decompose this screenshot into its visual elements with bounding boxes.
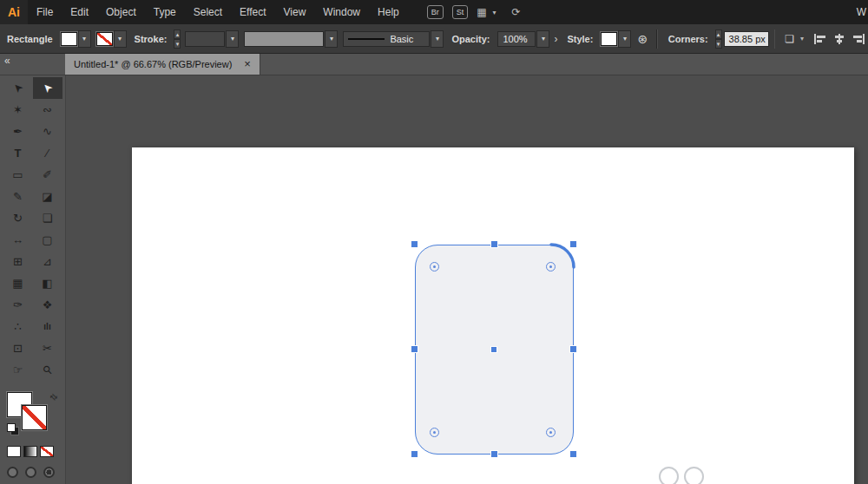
transparency-flyout-icon[interactable]: › (554, 33, 557, 45)
color-button[interactable] (7, 446, 21, 457)
menu-view[interactable]: View (275, 0, 315, 24)
stepper-up-icon[interactable]: ▴ (715, 29, 722, 39)
chevron-down-icon[interactable]: ▾ (800, 35, 804, 43)
selection-handle-middle-left[interactable] (411, 346, 418, 352)
shape-builder-tool[interactable]: ⊞ (3, 251, 33, 272)
sync-icon[interactable]: ⟳ (512, 6, 521, 18)
align-left-icon[interactable] (811, 30, 830, 48)
line-segment-tool[interactable]: ∕ (33, 142, 62, 164)
gradient-button[interactable] (23, 446, 37, 457)
chevron-down-icon[interactable]: ▾ (226, 30, 239, 48)
menu-help[interactable]: Help (369, 0, 408, 24)
curvature-tool[interactable]: ∿ (33, 121, 62, 142)
menu-file[interactable]: File (28, 0, 62, 24)
graphic-style-swatch[interactable] (601, 32, 617, 46)
stroke-none-swatch[interactable] (96, 32, 113, 46)
selection-handle-top-right[interactable] (570, 241, 576, 247)
shape-center-point[interactable] (491, 347, 496, 352)
slice-tool[interactable]: ✂ (33, 337, 62, 359)
stroke-width-stepper[interactable]: ▴ ▾ (174, 29, 181, 49)
selection-handle-middle-right[interactable] (570, 346, 576, 352)
selection-handle-bottom-right[interactable] (570, 451, 576, 457)
opacity-control[interactable]: 100% ▾ (497, 30, 549, 48)
fill-color-control[interactable]: ▾ (61, 30, 91, 48)
symbol-sprayer-tool[interactable]: ∴ (3, 316, 33, 337)
menu-select[interactable]: Select (185, 0, 231, 24)
align-center-icon[interactable] (830, 30, 849, 48)
shaper-tool[interactable]: ✎ (3, 186, 33, 207)
chevron-down-icon[interactable]: ▾ (536, 30, 549, 48)
stroke-width-control[interactable]: ▾ (185, 30, 239, 48)
bridge-icon[interactable]: Br (427, 5, 444, 19)
none-button[interactable] (40, 446, 54, 457)
pen-tool[interactable]: ✒ (3, 121, 33, 142)
mesh-tool[interactable]: ▦ (3, 272, 33, 294)
gradient-tool[interactable]: ◧ (33, 272, 62, 294)
free-transform-tool[interactable]: ▢ (33, 229, 62, 251)
width-profile-control[interactable]: ▾ (244, 30, 338, 48)
brush-definition-control[interactable]: Basic ▾ (343, 30, 444, 48)
workspace-switcher-icon[interactable]: ▦ (477, 6, 486, 18)
stepper-down-icon[interactable]: ▾ (715, 39, 722, 49)
chevron-down-icon[interactable]: ▾ (114, 30, 127, 48)
stroke-width-field[interactable] (185, 31, 225, 47)
width-profile-field[interactable] (244, 31, 324, 47)
eraser-tool[interactable]: ◪ (33, 186, 62, 207)
draw-inside-icon[interactable] (43, 467, 55, 478)
chevron-down-icon[interactable]: ▾ (618, 30, 631, 48)
fill-color-swatch[interactable] (61, 32, 77, 46)
menu-effect[interactable]: Effect (231, 0, 274, 24)
lasso-tool[interactable]: ∾ (33, 99, 62, 121)
selection-handle-top-left[interactable] (411, 241, 418, 247)
chevron-down-icon[interactable]: ▾ (325, 30, 338, 48)
default-fill-stroke-icon[interactable] (7, 423, 18, 435)
stroke-swatch-none[interactable] (22, 405, 47, 430)
chevron-down-icon[interactable]: ▾ (78, 30, 91, 48)
brush-definition-field[interactable]: Basic (343, 31, 430, 47)
opacity-field[interactable]: 100% (497, 31, 536, 47)
selection-handle-bottom-left[interactable] (411, 451, 418, 457)
perspective-grid-tool[interactable]: ⊿ (33, 251, 62, 272)
stepper-down-icon[interactable]: ▾ (174, 39, 181, 49)
artboard-tool[interactable]: ⊡ (3, 337, 33, 359)
direct-selection-tool[interactable]: ➤ (33, 77, 62, 99)
hand-tool[interactable]: ☞ (3, 359, 33, 381)
corner-widget-top-right[interactable] (546, 262, 556, 271)
close-icon[interactable]: × (244, 57, 251, 70)
illustrator-logo[interactable]: Ai (0, 0, 28, 24)
corner-widget-top-left[interactable] (430, 262, 439, 271)
zoom-tool[interactable]: ⚲ (33, 359, 62, 381)
stepper-up-icon[interactable]: ▴ (174, 29, 181, 39)
stroke-color-control[interactable]: ▾ (96, 30, 127, 48)
align-right-icon[interactable] (849, 30, 868, 48)
menu-object[interactable]: Object (97, 0, 145, 24)
graphic-style-control[interactable]: ▾ (601, 30, 631, 48)
corner-widget-bottom-left[interactable] (430, 428, 439, 437)
selection-handle-bottom-center[interactable] (491, 451, 497, 457)
menu-edit[interactable]: Edit (62, 0, 97, 24)
paintbrush-tool[interactable]: ✐ (33, 164, 62, 186)
stock-icon[interactable]: St (452, 5, 469, 19)
swap-fill-stroke-icon[interactable]: ⇄ (48, 391, 60, 403)
selection-handle-top-center[interactable] (491, 241, 497, 247)
scale-tool[interactable]: ❏ (33, 207, 62, 229)
column-graph-tool[interactable]: ılı (33, 316, 62, 337)
corners-value-field[interactable]: 38.85 px (724, 31, 769, 47)
menu-type[interactable]: Type (145, 0, 185, 24)
chevron-down-icon[interactable]: ▾ (431, 30, 444, 48)
type-tool[interactable]: T (3, 142, 33, 164)
draw-normal-icon[interactable] (7, 467, 18, 478)
canvas[interactable] (65, 75, 868, 484)
blend-tool[interactable]: ❖ (33, 294, 62, 316)
selection-tool[interactable]: ➤ (3, 77, 33, 99)
width-tool[interactable]: ↔ (3, 229, 33, 251)
rectangle-tool[interactable]: ▭ (3, 164, 33, 186)
chevron-down-icon[interactable]: ▾ (493, 9, 496, 16)
collapse-panel-icon[interactable]: « (4, 55, 10, 67)
arrange-icon[interactable]: ❏ (785, 33, 794, 45)
menu-window[interactable]: Window (314, 0, 369, 24)
document-tab[interactable]: Untitled-1* @ 66.67% (RGB/Preview) × (65, 53, 260, 75)
corners-stepper[interactable]: ▴ ▾ (715, 29, 722, 49)
draw-behind-icon[interactable] (25, 467, 36, 478)
corner-widget-bottom-right[interactable] (546, 428, 556, 437)
